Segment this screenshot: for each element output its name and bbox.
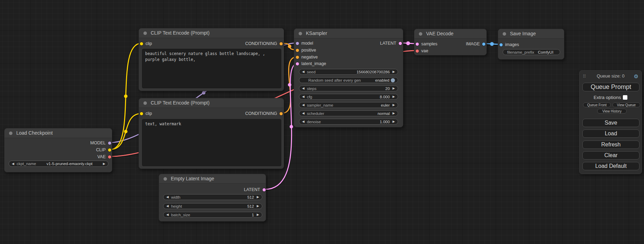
port-positive-input[interactable]: positive	[296, 47, 316, 53]
latent-port-dot[interactable]	[399, 42, 402, 45]
model-port-dot[interactable]	[108, 142, 111, 145]
collapse-dot-icon[interactable]	[503, 32, 506, 36]
widget-scheduler[interactable]: ◀ scheduler normal ▶	[299, 110, 398, 116]
port-conditioning-output[interactable]: CONDITIONING	[245, 110, 283, 117]
queue-front-button[interactable]: Queue Front	[583, 102, 611, 107]
clip-port-dot[interactable]	[140, 42, 143, 45]
latent-wire-in-midpoint-dot[interactable]	[290, 125, 293, 128]
queue-panel[interactable]: ⠿ Queue size: 0 ⚙ Queue Prompt Extra opt…	[579, 70, 642, 174]
widget-sampler-name[interactable]: ◀ sampler_name euler ▶	[299, 102, 398, 108]
node-title-bar[interactable]: Empty Latent Image	[159, 174, 266, 184]
node-vae-decode[interactable]: VAE Decode samples vae IMAGE	[414, 29, 487, 55]
decrement-arrow-icon[interactable]: ◀	[302, 103, 305, 107]
load-default-button[interactable]: Load Default	[582, 162, 639, 170]
node-title-bar[interactable]: Load Checkpoint	[5, 128, 112, 138]
port-clip-input[interactable]: clip	[140, 40, 152, 47]
load-button[interactable]: Load	[582, 129, 639, 138]
drag-handle-icon[interactable]: ⠿	[583, 74, 586, 79]
decrement-arrow-icon[interactable]: ◀	[166, 213, 169, 216]
decrement-arrow-icon[interactable]: ◀	[302, 120, 305, 123]
widget-steps[interactable]: ◀ steps 20 ▶	[299, 85, 398, 91]
prompt-textarea-positive[interactable]: beautiful scenery nature glass bottle la…	[142, 49, 281, 88]
decrement-arrow-icon[interactable]: ◀	[302, 112, 305, 115]
port-model-output[interactable]: MODEL	[90, 140, 111, 146]
node-title-bar[interactable]: CLIP Text Encode (Prompt)	[139, 28, 284, 38]
conditioning-port-dot[interactable]	[280, 112, 283, 115]
port-model-input[interactable]: model	[296, 40, 313, 46]
node-clip-text-encode-positive[interactable]: CLIP Text Encode (Prompt) clip CONDITION…	[139, 28, 284, 91]
extra-options-checkbox[interactable]	[623, 95, 627, 100]
port-images-input[interactable]: images	[500, 42, 519, 48]
collapse-dot-icon[interactable]	[143, 101, 147, 105]
decrement-arrow-icon[interactable]: ◀	[302, 70, 305, 73]
port-latent-image-input[interactable]: latent_image	[296, 61, 326, 67]
port-latent-output[interactable]: LATENT	[244, 187, 266, 193]
refresh-button[interactable]: Refresh	[582, 141, 639, 149]
vae-port-dot[interactable]	[416, 49, 419, 53]
increment-arrow-icon[interactable]: ▶	[103, 162, 105, 165]
node-empty-latent-image[interactable]: Empty Latent Image LATENT ◀ width 512 ▶ …	[159, 174, 266, 222]
port-conditioning-output[interactable]: CONDITIONING	[245, 40, 283, 47]
node-save-image[interactable]: Save Image images filename_prefix ComfyU…	[498, 29, 564, 60]
model-port-dot[interactable]	[296, 42, 299, 45]
prompt-textarea-negative[interactable]: text, watermark	[142, 119, 281, 166]
node-title-bar[interactable]: VAE Decode	[414, 29, 486, 39]
port-clip-output[interactable]: CLIP	[96, 147, 111, 153]
conditioning-port-dot[interactable]	[280, 42, 283, 45]
port-samples-input[interactable]: samples	[416, 41, 438, 47]
clip-port-dot[interactable]	[140, 112, 143, 115]
conditioning-port-dot[interactable]	[296, 49, 299, 52]
latent-wire-out-midpoint-dot[interactable]	[406, 42, 410, 45]
widget-width[interactable]: ◀ width 512 ▶	[163, 194, 262, 200]
widget-ckpt-name[interactable]: ◀ ckpt_name v1-5-pruned-emaonly.ckpt ▶	[9, 161, 108, 167]
gear-icon[interactable]: ⚙	[634, 73, 638, 80]
latent-port-dot[interactable]	[416, 43, 419, 46]
port-clip-input[interactable]: clip	[140, 110, 152, 117]
save-button[interactable]: Save	[582, 119, 639, 127]
conditioning-wire-midpoint-dot-1[interactable]	[288, 45, 291, 48]
node-title-bar[interactable]: CLIP Text Encode (Prompt)	[139, 98, 284, 108]
increment-arrow-icon[interactable]: ▶	[392, 103, 395, 107]
port-negative-input[interactable]: negative	[296, 54, 318, 60]
collapse-dot-icon[interactable]	[419, 32, 422, 36]
increment-arrow-icon[interactable]: ▶	[392, 95, 395, 98]
widget-cfg[interactable]: ◀ cfg 8.000 ▶	[299, 94, 398, 100]
node-ksampler[interactable]: KSampler model positive negative latent_…	[294, 28, 403, 127]
decrement-arrow-icon[interactable]: ◀	[302, 95, 305, 98]
increment-arrow-icon[interactable]: ▶	[257, 196, 259, 199]
collapse-dot-icon[interactable]	[299, 32, 302, 35]
clip-wire-midpoint-dot-2[interactable]	[124, 130, 127, 133]
widget-height[interactable]: ◀ height 512 ▶	[163, 203, 262, 209]
decrement-arrow-icon[interactable]: ◀	[12, 162, 14, 165]
widget-denoise[interactable]: ◀ denoise 1.000 ▶	[299, 119, 398, 125]
node-title-bar[interactable]: KSampler	[294, 29, 403, 38]
latent-port-dot[interactable]	[296, 62, 299, 65]
image-port-dot[interactable]	[482, 43, 485, 46]
node-title-bar[interactable]: Save Image	[498, 29, 564, 39]
toggle-knob[interactable]	[391, 78, 395, 82]
widget-seed[interactable]: ◀ seed 156680208700286 ▶	[299, 69, 398, 75]
widget-filename-prefix[interactable]: filename_prefix ComfyUI	[503, 49, 560, 55]
port-vae-output[interactable]: VAE	[97, 154, 111, 160]
image-port-dot[interactable]	[500, 43, 503, 46]
decrement-arrow-icon[interactable]: ◀	[166, 205, 169, 208]
view-history-button[interactable]: View History	[597, 109, 627, 114]
increment-arrow-icon[interactable]: ▶	[392, 120, 395, 123]
increment-arrow-icon[interactable]: ▶	[257, 205, 259, 208]
collapse-dot-icon[interactable]	[143, 31, 147, 35]
clear-button[interactable]: Clear	[582, 151, 639, 160]
widget-batch-size[interactable]: ◀ batch_size 1 ▶	[163, 212, 262, 218]
decrement-arrow-icon[interactable]: ◀	[302, 87, 305, 90]
node-clip-text-encode-negative[interactable]: CLIP Text Encode (Prompt) clip CONDITION…	[139, 98, 284, 169]
clip-wire-midpoint-dot-1[interactable]	[124, 94, 127, 98]
increment-arrow-icon[interactable]: ▶	[392, 87, 395, 90]
node-load-checkpoint[interactable]: Load Checkpoint MODEL CLIP VAE ◀ ckpt_na…	[4, 128, 112, 172]
decrement-arrow-icon[interactable]: ◀	[166, 196, 169, 199]
vae-port-dot[interactable]	[108, 155, 111, 159]
model-wire-midpoint-dot[interactable]	[202, 91, 205, 94]
conditioning-port-dot[interactable]	[296, 56, 299, 59]
port-latent-output[interactable]: LATENT	[380, 40, 402, 46]
increment-arrow-icon[interactable]: ▶	[392, 112, 395, 115]
collapse-dot-icon[interactable]	[9, 132, 12, 135]
queue-prompt-button[interactable]: Queue Prompt	[582, 83, 639, 91]
